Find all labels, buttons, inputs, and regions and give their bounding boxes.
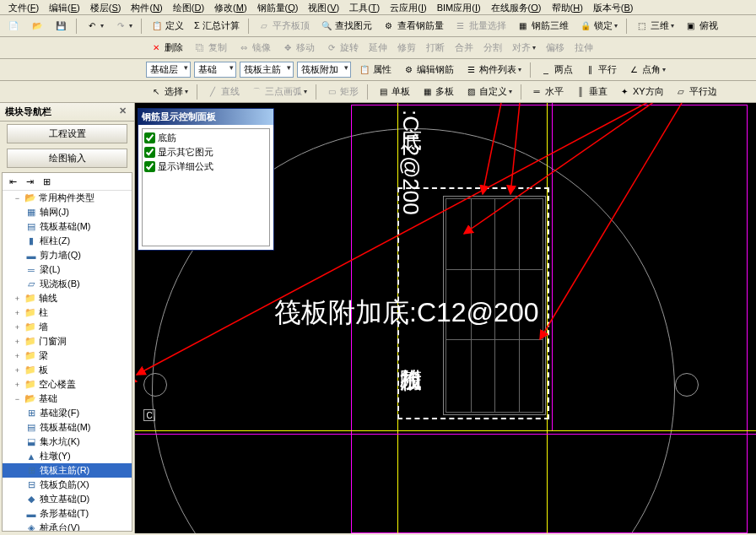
tree-iso-footing[interactable]: ◆独立基础(D) xyxy=(3,492,132,506)
tree-foundation[interactable]: −📂基础 xyxy=(3,392,132,406)
left-panel-close[interactable]: ✕ xyxy=(116,105,129,118)
rotate-button[interactable]: ⟳旋转 xyxy=(321,40,362,57)
menu-online[interactable]: 在线服务(O) xyxy=(486,1,547,14)
base-layer-combo[interactable]: 基础层 xyxy=(146,62,191,78)
raft-main-combo[interactable]: 筏板主筋 xyxy=(240,62,294,78)
tree-strip-footing[interactable]: ▬条形基础(T) xyxy=(3,506,132,521)
check-show-formula[interactable]: 显示详细公式 xyxy=(144,159,267,174)
mirror-button[interactable]: ⇔镜像 xyxy=(234,40,274,57)
tree-raft-neg[interactable]: ⊟筏板负筋(X) xyxy=(3,478,132,492)
vert-icon: ║ xyxy=(574,85,587,99)
menu-file[interactable]: 文件(F) xyxy=(3,1,44,14)
find-element-button[interactable]: 🔍查找图元 xyxy=(316,18,375,35)
split-button[interactable]: 分割 xyxy=(480,40,505,56)
check-show-other[interactable]: 显示其它图元 xyxy=(144,145,267,159)
tree-tool-2[interactable]: ⇥ xyxy=(23,175,36,188)
level-button[interactable]: ═水平 xyxy=(526,84,567,100)
lock-button[interactable]: 🔒锁定▾ xyxy=(575,18,621,35)
vertical-button[interactable]: ║垂直 xyxy=(570,84,611,100)
tree-shear-wall[interactable]: ▬剪力墙(Q) xyxy=(3,248,132,262)
view-rebar-button[interactable]: ⚙查看钢筋量 xyxy=(379,18,447,35)
menu-tools[interactable]: 工具(T) xyxy=(344,1,385,14)
tree-door-window[interactable]: +📁门窗洞 xyxy=(3,334,132,349)
tree-frame-col[interactable]: ▮框柱(Z) xyxy=(3,234,132,248)
tree-tool-1[interactable]: ⇤ xyxy=(6,175,19,188)
multi-slab-button[interactable]: ▦多板 xyxy=(417,84,457,100)
line-button[interactable]: ╱直线 xyxy=(202,84,243,100)
view-3d-button[interactable]: ⬚三维▾ xyxy=(632,18,678,35)
project-settings-button[interactable]: 工程设置 xyxy=(7,124,127,143)
xy-button[interactable]: ✦XY方向 xyxy=(614,84,667,100)
component-list-button[interactable]: ☰构件列表▾ xyxy=(461,62,525,78)
tree-sump[interactable]: ⬓集水坑(K) xyxy=(3,435,132,449)
tree-base-beam[interactable]: ⊞基础梁(F) xyxy=(3,406,132,420)
parallel-edge-button[interactable]: ▱平行边 xyxy=(671,84,721,100)
rebar-3d-button[interactable]: ▦钢筋三维 xyxy=(513,18,572,35)
rect-button[interactable]: ▭矩形 xyxy=(321,84,362,100)
tree-raft-base2[interactable]: ▤筏板基础(M) xyxy=(3,420,132,435)
menu-component[interactable]: 构件(N) xyxy=(126,1,167,14)
menu-rebar-qty[interactable]: 钢筋量(Q) xyxy=(252,1,304,14)
tree-hollow[interactable]: +📁空心楼盖 xyxy=(3,377,132,392)
check-bottom-rebar[interactable]: 底筋 xyxy=(144,131,267,145)
tree-col-pier[interactable]: ▲柱墩(Y) xyxy=(3,449,132,463)
arc-button[interactable]: ⌒三点画弧▾ xyxy=(246,84,310,100)
menu-bim[interactable]: BIM应用(I) xyxy=(432,1,486,14)
bird-view-button[interactable]: ▣俯视 xyxy=(681,18,721,35)
tree-raft-base[interactable]: ▤筏板基础(M) xyxy=(3,219,132,234)
tree-axis-net[interactable]: ▦轴网(J) xyxy=(3,205,132,219)
extend-button[interactable]: 延伸 xyxy=(365,40,391,56)
menu-version[interactable]: 版本号(B) xyxy=(588,1,639,14)
point-angle-button[interactable]: ∠点角▾ xyxy=(624,62,669,78)
canvas-area[interactable]: 钢筋显示控制面板 底筋 显示其它图元 显示详细公式 xyxy=(135,103,756,533)
tree-wall[interactable]: +📁墙 xyxy=(3,320,132,334)
edit-rebar-button[interactable]: ⚙编辑钢筋 xyxy=(398,62,457,78)
folder-icon: 📁 xyxy=(24,293,37,305)
save-button[interactable]: 💾 xyxy=(51,18,71,35)
menu-edit[interactable]: 编辑(E) xyxy=(44,1,85,14)
align-button[interactable]: 对齐▾ xyxy=(509,40,539,56)
move-button[interactable]: ✥移动 xyxy=(278,40,318,57)
menu-help[interactable]: 帮助(H) xyxy=(547,1,588,14)
custom-button[interactable]: ▨自定义▾ xyxy=(461,84,516,100)
trim-button[interactable]: 修剪 xyxy=(394,40,419,56)
menu-cloud[interactable]: 云应用(I) xyxy=(385,1,431,14)
drawing-input-button[interactable]: 绘图输入 xyxy=(7,149,127,168)
delete-button[interactable]: ✕删除 xyxy=(146,40,186,57)
menu-view[interactable]: 视图(V) xyxy=(303,1,344,14)
menu-floor[interactable]: 楼层(S) xyxy=(85,1,127,14)
batch-select-button[interactable]: ☰批量选择 xyxy=(451,18,510,35)
merge-button[interactable]: 合并 xyxy=(451,40,477,56)
copy-button[interactable]: ⿻复制 xyxy=(190,40,230,57)
tree-cast-slab[interactable]: ▱现浇板(B) xyxy=(3,277,132,291)
rebar-display-panel[interactable]: 钢筋显示控制面板 底筋 显示其它图元 显示详细公式 xyxy=(138,108,274,251)
sum-button[interactable]: Σ 汇总计算 xyxy=(191,18,243,34)
new-button[interactable]: 📄 xyxy=(3,18,24,35)
tree-axis[interactable]: +📁轴线 xyxy=(3,291,132,305)
tree-tool-3[interactable]: ⊞ xyxy=(40,175,53,188)
offset-button[interactable]: 偏移 xyxy=(543,40,568,56)
properties-button[interactable]: 📋属性 xyxy=(354,62,395,78)
menu-draw[interactable]: 绘图(D) xyxy=(168,1,209,14)
stretch-button[interactable]: 拉伸 xyxy=(571,40,597,56)
select-button[interactable]: ↖选择▾ xyxy=(146,84,192,100)
redo-button[interactable]: ↷▾ xyxy=(111,18,136,35)
tree-beam[interactable]: +📁梁 xyxy=(3,349,132,363)
tree-column[interactable]: +📁柱 xyxy=(3,305,132,320)
open-button[interactable]: 📂 xyxy=(27,18,47,35)
tree-pile-cap[interactable]: ◈桩承台(V) xyxy=(3,521,132,532)
tree-raft-main[interactable]: ⊞筏板主筋(R) xyxy=(3,463,132,478)
two-point-button[interactable]: ⎯两点 xyxy=(536,62,576,78)
foundation-combo[interactable]: 基础 xyxy=(194,62,236,78)
tree-slab[interactable]: +📁板 xyxy=(3,363,132,377)
flat-slab-button[interactable]: ▱平齐板顶 xyxy=(254,18,313,35)
single-slab-button[interactable]: ▤单板 xyxy=(373,84,413,100)
undo-button[interactable]: ↶▾ xyxy=(82,18,107,35)
parallel-button[interactable]: ‖平行 xyxy=(580,62,620,78)
break-button[interactable]: 打断 xyxy=(423,40,448,56)
menu-modify[interactable]: 修改(M) xyxy=(209,1,252,14)
define-button[interactable]: 📋定义 xyxy=(147,18,187,35)
tree-beam-l[interactable]: ═梁(L) xyxy=(3,262,132,277)
tree-common-types[interactable]: −📂常用构件类型 xyxy=(3,191,132,205)
raft-add-combo[interactable]: 筏板附加 xyxy=(297,62,351,78)
